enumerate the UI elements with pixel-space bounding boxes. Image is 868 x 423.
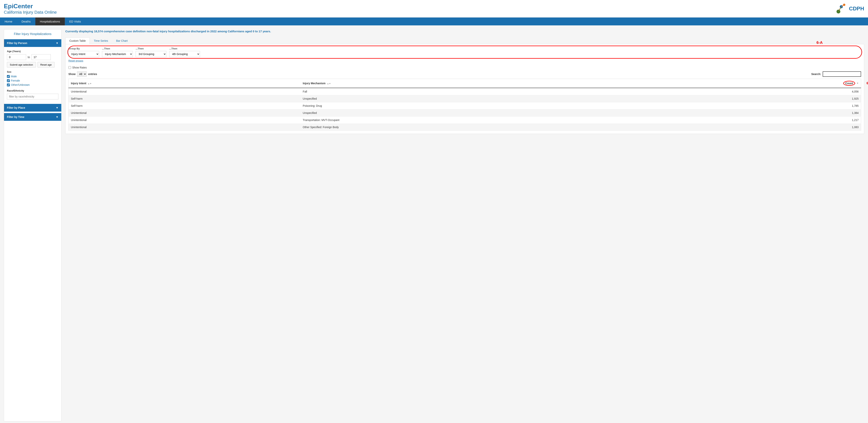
filter-time-chevron: ▼	[56, 115, 58, 118]
group-by-3: ...Then 3rd Grouping Injury Intent Injur…	[136, 47, 166, 57]
entries-row: Show All 10 25 50 entries Search:	[68, 72, 861, 77]
cdph-logo-icon	[835, 2, 848, 16]
sex-male-checkbox[interactable]	[7, 75, 10, 78]
entries-label: entries	[88, 73, 97, 76]
sex-male-item: Male	[7, 75, 58, 78]
cell-mechanism: Other Specified: Foreign Body	[301, 123, 677, 131]
sex-female-item: Female	[7, 79, 58, 82]
main-nav: Home Deaths Hospitalizations ED Visits	[0, 18, 868, 25]
app-name: EpiCenter	[4, 3, 57, 10]
cell-count: 1,925	[677, 95, 861, 102]
cell-mechanism: Fall	[301, 88, 677, 95]
col-injury-mechanism[interactable]: Injury Mechanism ▲▼	[301, 79, 677, 88]
sex-other-item: Other/Unknown	[7, 83, 58, 86]
sidebar-title: Filter Injury Hospitalizations	[4, 29, 61, 38]
filter-place-label: Filter by Place	[7, 106, 25, 109]
col-injury-intent[interactable]: Injury Intent ▲▼	[69, 79, 301, 88]
filter-place-chevron: ▼	[56, 106, 58, 109]
sort-icon-intent: ▲▼	[88, 83, 92, 85]
show-label: Show	[68, 73, 75, 76]
cell-intent: Unintentional	[69, 109, 301, 116]
site-title: EpiCenter California Injury Data Online	[4, 3, 57, 15]
nav-hospitalizations[interactable]: Hospitalizations	[35, 18, 65, 25]
age-label: Age (Years)	[7, 50, 58, 53]
search-input[interactable]	[823, 72, 861, 77]
race-label: Race/Ethnicity	[7, 89, 58, 92]
cell-count: 1,785	[677, 102, 861, 109]
tab-bar-chart[interactable]: Bar Chart	[112, 37, 132, 44]
age-row: to	[7, 54, 58, 60]
filter-person-chevron: ▼	[56, 41, 58, 45]
cell-count: 4,056	[677, 88, 861, 95]
race-input[interactable]	[7, 94, 58, 100]
show-rates-label: Show Rates	[72, 66, 87, 69]
sidebar: Filter Injury Hospitalizations Filter by…	[4, 29, 61, 421]
sex-other-checkbox[interactable]	[7, 83, 10, 86]
cell-count: 1,083	[677, 123, 861, 131]
age-to-input[interactable]	[32, 54, 51, 60]
group-by-label-2: ...Then	[102, 47, 133, 50]
group-by-select-4[interactable]: 4th Grouping Injury Intent Injury Mechan…	[169, 51, 200, 57]
table-row: Unintentional Other Specified: Foreign B…	[69, 123, 861, 131]
annotation-6a-label: 6-A	[816, 40, 823, 45]
reset-groups-link[interactable]: Reset groups	[68, 59, 83, 62]
sort-icon-count: ▼	[857, 82, 859, 84]
cell-intent: Self-harm	[69, 95, 301, 102]
cdph-text: CDPH	[849, 6, 864, 12]
search-right: Search:	[811, 72, 861, 77]
nav-ed-visits[interactable]: ED Visits	[65, 18, 86, 25]
show-rates-row: Show Rates	[68, 66, 861, 69]
show-rates-checkbox[interactable]	[68, 66, 71, 69]
group-by-label-3: ...Then	[136, 47, 166, 50]
age-to-separator: to	[28, 56, 30, 59]
group-by-select-1[interactable]: Injury Intent Injury Mechanism Sex Age G…	[68, 51, 99, 57]
cell-mechanism: Poisoning: Drug	[301, 102, 677, 109]
data-table: Injury Intent ▲▼ Injury Mechanism ▲▼ Cou…	[68, 79, 861, 131]
cell-mechanism: Unspecified	[301, 109, 677, 116]
cdph-logo: CDPH	[835, 2, 864, 16]
age-buttons: Submit age selection Reset age	[7, 62, 58, 67]
group-by-label-4: ...Then	[169, 47, 200, 50]
page-header: EpiCenter California Injury Data Online …	[0, 0, 868, 18]
group-by-2: ...Then Injury Mechanism Injury Intent S…	[102, 47, 133, 57]
entries-select[interactable]: All 10 25 50	[77, 72, 87, 77]
sort-icon-mechanism: ▲▼	[327, 83, 331, 85]
info-text: Currently displaying 18,574 comprehensiv…	[65, 29, 864, 34]
filter-time-label: Filter by Time	[7, 115, 24, 118]
content-tabs: Custom Table Time Series Bar Chart	[65, 37, 864, 44]
submit-age-button[interactable]: Submit age selection	[7, 62, 36, 67]
table-header: Injury Intent ▲▼ Injury Mechanism ▲▼ Cou…	[69, 79, 861, 88]
reset-age-button[interactable]: Reset age	[37, 62, 55, 67]
group-by-select-2[interactable]: Injury Mechanism Injury Intent Sex Age G…	[102, 51, 133, 57]
table-controls: 6-A Group By Injury Intent Injury Mechan…	[65, 44, 864, 134]
table-row: Self-harm Poisoning: Drug 1,785	[69, 102, 861, 109]
sex-male-label: Male	[11, 75, 17, 78]
cell-mechanism: Transportation: MVT-Occupant	[301, 116, 677, 123]
filter-person-header[interactable]: Filter by Person ▼	[4, 39, 61, 47]
cell-intent: Unintentional	[69, 88, 301, 95]
group-by-1: Group By Injury Intent Injury Mechanism …	[68, 47, 99, 57]
cell-count: 1,217	[677, 116, 861, 123]
nav-home[interactable]: Home	[0, 18, 17, 25]
sex-female-checkbox[interactable]	[7, 79, 10, 82]
nav-deaths[interactable]: Deaths	[17, 18, 35, 25]
count-circle: Count	[843, 81, 855, 86]
group-by-row: Group By Injury Intent Injury Mechanism …	[68, 47, 861, 57]
tab-time-series[interactable]: Time Series	[90, 37, 112, 44]
annotation-6b-label: 6-B	[866, 82, 868, 85]
cell-intent: Unintentional	[69, 116, 301, 123]
age-from-input[interactable]	[7, 54, 26, 60]
group-by-select-3[interactable]: 3rd Grouping Injury Intent Injury Mechan…	[136, 51, 166, 57]
tab-custom-table[interactable]: Custom Table	[65, 37, 90, 44]
table-header-row: Injury Intent ▲▼ Injury Mechanism ▲▼ Cou…	[69, 79, 861, 88]
main-content: Currently displaying 18,574 comprehensiv…	[61, 29, 864, 421]
main-layout: Filter Injury Hospitalizations Filter by…	[0, 25, 868, 423]
cell-intent: Unintentional	[69, 123, 301, 131]
table-row: Unintentional Unspecified 1,384	[69, 109, 861, 116]
filter-time-header[interactable]: Filter by Time ▼	[4, 113, 61, 121]
entries-left: Show All 10 25 50 entries	[68, 72, 97, 77]
col-count[interactable]: Count ▼ 6-B	[677, 79, 861, 88]
search-label: Search:	[811, 73, 821, 76]
sex-label: Sex	[7, 70, 58, 73]
filter-place-header[interactable]: Filter by Place ▼	[4, 104, 61, 112]
